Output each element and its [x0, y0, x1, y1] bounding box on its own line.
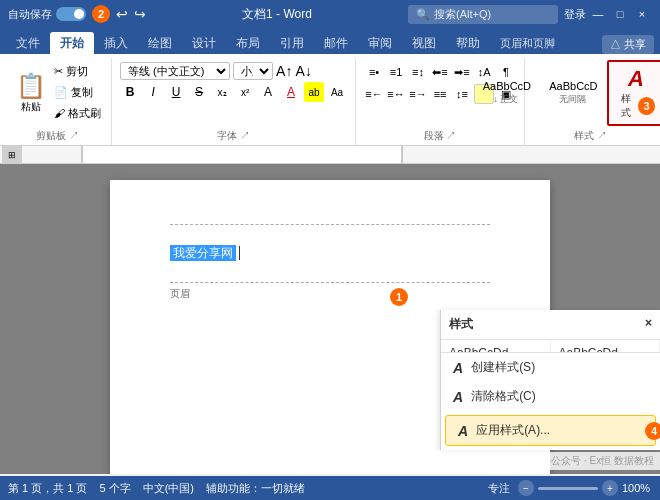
autosave-label: 自动保存	[8, 7, 52, 22]
bold-button[interactable]: B	[120, 82, 140, 102]
zoom-slider[interactable]	[538, 487, 598, 490]
tab-home[interactable]: 开始	[50, 32, 94, 54]
subscript-button[interactable]: x₂	[212, 82, 232, 102]
ruler: ⊞	[0, 146, 660, 164]
clipboard-label: 剪贴板 ↗	[36, 127, 79, 145]
numbering-button[interactable]: ≡1	[386, 62, 406, 82]
tab-mail[interactable]: 邮件	[314, 32, 358, 54]
style-nospace-preview[interactable]: AaBbCcD无间隔	[540, 75, 605, 111]
align-right-button[interactable]: ≡→	[408, 84, 428, 104]
underline-button[interactable]: U	[166, 82, 186, 102]
step-4-indicator: 4	[645, 422, 660, 440]
font-size-select[interactable]: 小五	[233, 62, 273, 80]
tab-review[interactable]: 审阅	[358, 32, 402, 54]
step-3-indicator: 3	[638, 97, 655, 115]
clipboard-content: 📋 粘贴 ✂ 剪切 📄 复制 🖌 格式刷	[10, 58, 105, 127]
tab-draw[interactable]: 绘图	[138, 32, 182, 54]
title-bar-left: 自动保存 2 ↩ ↪	[8, 5, 146, 23]
styles-panel-close[interactable]: ×	[645, 316, 652, 330]
cut-button[interactable]: ✂ 剪切	[52, 62, 103, 81]
grow-font-button[interactable]: A↑	[276, 63, 292, 79]
highlight-button[interactable]: ab	[304, 82, 324, 102]
zoom-in-button[interactable]: +	[602, 480, 618, 496]
tab-bar-right: △ 共享	[602, 35, 654, 54]
tab-header-footer[interactable]: 页眉和页脚	[490, 32, 565, 54]
apply-style-label: 应用样式(A)...	[476, 422, 550, 439]
multilevel-button[interactable]: ≡↕	[408, 62, 428, 82]
autosave-toggle[interactable]	[56, 7, 86, 21]
clear-format-button[interactable]: A	[258, 82, 278, 102]
para-label: 段落 ↗	[424, 127, 457, 145]
create-style-button[interactable]: A 创建样式(S)	[441, 353, 660, 382]
zoom-level: 100%	[622, 482, 652, 494]
font-name-select[interactable]: 等线 (中文正文)	[120, 62, 230, 80]
font-color-button[interactable]: A	[281, 82, 301, 102]
tab-design[interactable]: 设计	[182, 32, 226, 54]
paste-button[interactable]: 📋 粘贴	[12, 68, 50, 118]
tab-file[interactable]: 文件	[6, 32, 50, 54]
svg-rect-1	[82, 146, 402, 163]
accessibility: 辅助功能：一切就绪	[206, 481, 305, 496]
minimize-button[interactable]: —	[588, 4, 608, 24]
align-left-button[interactable]: ≡←	[364, 84, 384, 104]
char-spacing-button[interactable]: Aa	[327, 82, 347, 102]
styles-content: AaBbCcD↓ 正文 AaBbCcD无间隔 A 样式 3 ✎ 编辑	[472, 58, 660, 127]
ruler-corner[interactable]: ⊞	[2, 146, 22, 164]
tab-references[interactable]: 引用	[270, 32, 314, 54]
zoom-control: − + 100%	[518, 480, 652, 496]
styles-footer: A 创建样式(S) A 清除格式(C) A 应用样式(A)... 4	[441, 352, 660, 450]
style-item-normal[interactable]: AaBbCcDd ↓ 正文	[441, 340, 551, 352]
styles-icon: A	[628, 66, 644, 92]
shrink-font-button[interactable]: A↓	[295, 63, 311, 79]
redo-button[interactable]: ↪	[134, 6, 146, 22]
watermark-text: 公众号 · Ex恒 数据教程	[551, 455, 654, 466]
superscript-button[interactable]: x²	[235, 82, 255, 102]
autosave-area: 自动保存	[8, 7, 86, 22]
focus-button[interactable]: 专注	[488, 481, 510, 496]
title-bar-title: 文档1 - Word	[146, 6, 408, 23]
style-item-nospace[interactable]: AaBbCcDd 无间隔	[551, 340, 661, 352]
word-count: 5 个字	[99, 481, 130, 496]
line-spacing-button[interactable]: ↕≡	[452, 84, 472, 104]
step-1-container: 1	[390, 288, 408, 306]
body-text[interactable]: 我爱分享网	[170, 245, 236, 261]
ribbon-group-clipboard: 📋 粘贴 ✂ 剪切 📄 复制 🖌 格式刷 剪贴板 ↗	[4, 58, 112, 145]
paste-icon: 📋	[16, 72, 46, 100]
search-bar[interactable]: 🔍 搜索(Alt+Q)	[408, 5, 558, 24]
align-center-button[interactable]: ≡↔	[386, 84, 406, 104]
bullets-button[interactable]: ≡•	[364, 62, 384, 82]
page-info: 第 1 页，共 1 页	[8, 481, 87, 496]
clear-style-button[interactable]: A 清除格式(C)	[441, 382, 660, 411]
apply-style-icon: A	[458, 423, 468, 439]
styles-button[interactable]: A 样式 3	[607, 60, 660, 126]
style-normal-preview[interactable]: AaBbCcD↓ 正文	[474, 75, 539, 111]
justify-button[interactable]: ≡≡	[430, 84, 450, 104]
maximize-button[interactable]: □	[610, 4, 630, 24]
tab-view[interactable]: 视图	[402, 32, 446, 54]
strikethrough-button[interactable]: S	[189, 82, 209, 102]
create-style-label: 创建样式(S)	[471, 359, 535, 376]
ruler-marks	[22, 146, 658, 163]
decrease-indent-button[interactable]: ⬅≡	[430, 62, 450, 82]
close-button[interactable]: ×	[632, 4, 652, 24]
styles-panel-title: 样式	[449, 317, 473, 331]
main-area: 我爱分享网 页眉 1 样式 × AaBbCcDd ↓ 正文	[0, 164, 660, 474]
styles-panel: 样式 × AaBbCcDd ↓ 正文 AaBbCcDd 无间隔 AaBb 标题 …	[440, 310, 660, 450]
footer-label: 页眉	[170, 288, 190, 299]
zoom-out-button[interactable]: −	[518, 480, 534, 496]
clipboard-sub: ✂ 剪切 📄 复制 🖌 格式刷	[52, 62, 103, 123]
format-painter-button[interactable]: 🖌 格式刷	[52, 104, 103, 123]
tab-layout[interactable]: 布局	[226, 32, 270, 54]
page-content[interactable]: 我爱分享网	[170, 245, 490, 262]
italic-button[interactable]: I	[143, 82, 163, 102]
apply-style-button[interactable]: A 应用样式(A)... 4	[445, 415, 656, 446]
ribbon-group-font: 等线 (中文正文) 小五 A↑ A↓ B I U S x₂ x² A A ab …	[112, 58, 356, 145]
tab-insert[interactable]: 插入	[94, 32, 138, 54]
share-button[interactable]: △ 共享	[602, 35, 654, 54]
step-1-indicator: 1	[390, 288, 408, 306]
login-button[interactable]: 登录	[564, 7, 586, 22]
undo-button[interactable]: ↩	[116, 6, 128, 22]
copy-button[interactable]: 📄 复制	[52, 83, 103, 102]
tab-help[interactable]: 帮助	[446, 32, 490, 54]
increase-indent-button[interactable]: ➡≡	[452, 62, 472, 82]
